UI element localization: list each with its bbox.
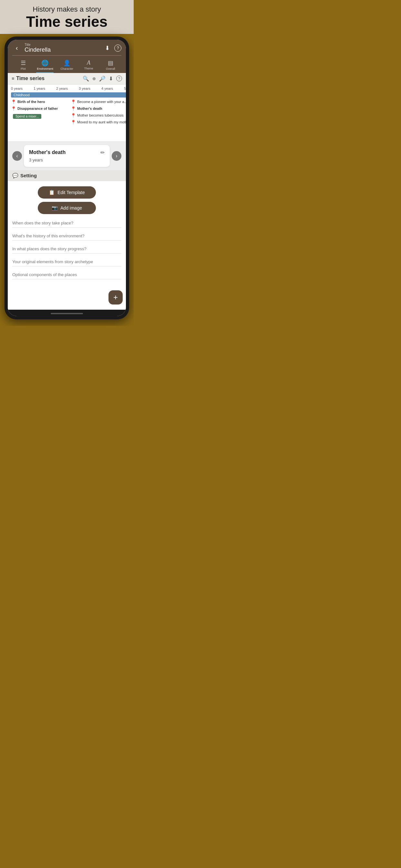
form-label-1: When does the story take place? xyxy=(12,221,121,225)
back-button[interactable]: ‹ xyxy=(12,44,21,52)
form-label-2: What's the history of this environment? xyxy=(12,234,121,238)
home-bar xyxy=(51,313,83,314)
time-series-icon: ≡ xyxy=(11,76,14,81)
form-divider-4 xyxy=(12,266,121,267)
overall-label: Overall xyxy=(106,67,115,70)
edit-template-icon: 📋 xyxy=(49,190,55,195)
timeline-events: 📍 Birth of the hero 📍 Become a pioneer w… xyxy=(11,99,126,138)
app-name: Cinderella xyxy=(25,46,102,53)
timeline-area: 0 years 1 years 2 years 3 years 4 years … xyxy=(8,85,126,142)
event-mothers-death: 📍 Mother's death xyxy=(71,106,126,111)
detail-card-wrapper: ‹ Mother's death ✏ 3 years › xyxy=(8,142,126,170)
year-3: 3 years xyxy=(79,87,101,90)
next-button[interactable]: › xyxy=(112,151,121,161)
form-field-4: Your original elements from story archet… xyxy=(12,259,121,267)
phone-frame: ‹ Title Cinderella ⬇ ? ☰ Plot 🌐 xyxy=(4,36,129,319)
download-icon[interactable]: ⬇ xyxy=(105,44,110,52)
event-tuberculosis-text: Mother becomes tuberculosis xyxy=(77,113,124,117)
zoom-normal-icon[interactable]: ⊕ xyxy=(92,76,96,81)
action-buttons: 📋 Edit Template 📷 Add image xyxy=(12,186,121,214)
year-0: 0 years xyxy=(11,87,34,90)
banner-subtitle: History makes a story xyxy=(6,5,127,13)
edit-pencil-icon[interactable]: ✏ xyxy=(100,150,104,156)
event-moved-text: Moved to my aunt with my mother xyxy=(77,120,126,124)
form-field-1: When does the story take place? xyxy=(12,221,121,228)
fab-button[interactable]: + xyxy=(109,290,123,305)
form-label-5: Optional components of the places xyxy=(12,272,121,277)
pin-mothers-death: 📍 xyxy=(71,106,76,111)
event-pioneer-text: Become a pioneer with your a... xyxy=(77,100,126,104)
event-row-4: 📍 Moved to my aunt with my mother xyxy=(11,120,126,126)
tab-plot[interactable]: ☰ Plot xyxy=(12,58,34,73)
add-image-label: Add image xyxy=(60,206,82,211)
add-image-icon: 📷 xyxy=(52,205,58,211)
time-series-controls: 🔍 ⊕ 🔎 ⬇ ? xyxy=(83,75,122,82)
add-image-button[interactable]: 📷 Add image xyxy=(38,202,96,214)
event-birth: 📍 Birth of the hero xyxy=(11,99,71,104)
edit-template-label: Edit Template xyxy=(58,190,85,195)
form-label-4: Your original elements from story archet… xyxy=(12,259,121,264)
tab-character[interactable]: 👤 Character xyxy=(56,58,78,73)
setting-header: 💬 Setting xyxy=(8,170,126,181)
detail-card-title: Mother's death xyxy=(29,150,66,155)
plot-label: Plot xyxy=(21,67,26,70)
event-birth-text: Birth of the hero xyxy=(18,100,45,104)
tab-theme[interactable]: A Theme xyxy=(78,58,100,73)
header-title-area: Title Cinderella xyxy=(25,43,102,53)
form-divider-1 xyxy=(12,227,121,228)
form-label-3: In what places does the story progress? xyxy=(12,246,121,251)
form-field-5: Optional components of the places xyxy=(12,272,121,279)
event-row-3: Spend a miser... 📍 Mother becomes tuberc… xyxy=(11,113,126,119)
spend-miser-tag[interactable]: Spend a miser... xyxy=(13,114,41,119)
help-icon[interactable]: ? xyxy=(114,44,121,52)
zoom-out-icon[interactable]: 🔎 xyxy=(99,75,105,82)
form-divider-3 xyxy=(12,253,121,253)
timeline-content: Childhood 📍 Birth of the hero 📍 xyxy=(8,92,126,142)
environment-icon: 🌐 xyxy=(41,59,49,66)
fab-wrapper: + xyxy=(8,290,126,310)
year-2: 2 years xyxy=(56,87,79,90)
setting-title: Setting xyxy=(20,173,37,178)
zoom-in-icon[interactable]: 🔍 xyxy=(83,75,89,82)
event-row-1: 📍 Birth of the hero 📍 Become a pioneer w… xyxy=(11,99,126,105)
event-moved: 📍 Moved to my aunt with my mother xyxy=(71,120,126,125)
ts-help-icon[interactable]: ? xyxy=(116,75,122,82)
event-father: 📍 Disappearance of father xyxy=(11,106,71,111)
detail-card-years: 3 years xyxy=(29,158,104,162)
title-label: Title xyxy=(25,43,102,46)
time-series-label: Time series xyxy=(16,75,44,82)
theme-label: Theme xyxy=(84,67,93,70)
phone-inner: ‹ Title Cinderella ⬇ ? ☰ Plot 🌐 xyxy=(8,40,126,316)
event-tuberculosis: 📍 Mother becomes tuberculosis xyxy=(71,113,126,118)
event-pioneer: 📍 Become a pioneer with your a... xyxy=(71,99,126,104)
edit-template-button[interactable]: 📋 Edit Template xyxy=(38,186,96,198)
time-series-header: ≡ Time series 🔍 ⊕ 🔎 ⬇ ? xyxy=(8,73,126,85)
character-label: Character xyxy=(60,67,73,70)
plot-icon: ☰ xyxy=(21,59,26,66)
ts-download-icon[interactable]: ⬇ xyxy=(109,75,113,82)
event-father-text: Disappearance of father xyxy=(18,106,58,111)
prev-button[interactable]: ‹ xyxy=(12,151,22,161)
timeline-years: 0 years 1 years 2 years 3 years 4 years … xyxy=(8,85,126,92)
year-1: 1 years xyxy=(34,87,56,90)
event-mothers-death-text: Mother's death xyxy=(77,106,102,111)
app-header: ‹ Title Cinderella ⬇ ? ☰ Plot 🌐 xyxy=(8,40,126,73)
nav-tabs: ☰ Plot 🌐 Environment 👤 Character A Theme… xyxy=(12,56,121,73)
environment-label: Environment xyxy=(37,67,53,70)
theme-icon: A xyxy=(87,59,90,66)
event-row-2: 📍 Disappearance of father 📍 Mother's dea… xyxy=(11,106,126,112)
tab-environment[interactable]: 🌐 Environment xyxy=(34,58,56,73)
year-5: 5 years xyxy=(124,87,126,90)
form-divider-5 xyxy=(12,279,121,279)
year-4: 4 years xyxy=(101,87,124,90)
pin-moved: 📍 xyxy=(71,120,76,125)
pin-tuberculosis: 📍 xyxy=(71,113,76,118)
setting-icon: 💬 xyxy=(12,173,19,179)
time-series-title: ≡ Time series xyxy=(11,75,44,82)
home-indicator xyxy=(8,310,126,316)
childhood-period: Childhood xyxy=(11,92,126,97)
pin-pioneer: 📍 xyxy=(71,99,76,104)
detail-card-top: Mother's death ✏ xyxy=(29,150,104,156)
tab-overall[interactable]: ▤ Overall xyxy=(99,58,121,73)
setting-content: 📋 Edit Template 📷 Add image When does th… xyxy=(8,181,126,290)
